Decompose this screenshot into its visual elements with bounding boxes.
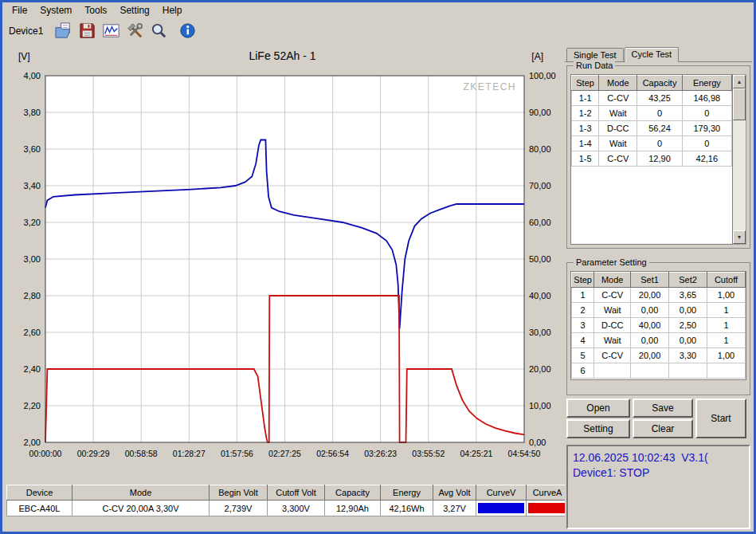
cell[interactable]: 1 [707,318,746,333]
cell[interactable]: 3 [572,318,594,333]
tab-single-test[interactable]: Single Test [566,48,624,61]
col-cutoff: Cutoff [707,273,746,288]
cell[interactable]: 40,00 [631,318,669,333]
cell[interactable]: 0,00 [669,333,707,348]
cell[interactable]: 6 [572,363,594,379]
cell[interactable] [594,363,631,379]
col-set1: Set1 [631,273,669,288]
toolbar-save-button[interactable] [76,20,98,41]
cell[interactable] [707,363,746,379]
cell[interactable] [669,363,707,379]
menu-help[interactable]: Help [156,4,189,17]
col-step: Step [572,76,599,91]
cell[interactable]: 20,00 [631,348,669,363]
run-data-row[interactable]: 1-2 Wait 0 0 [572,106,732,121]
run-data-row[interactable]: 1-5 C-CV 12,90 42,16 [572,151,732,167]
svg-text:40,00: 40,00 [529,291,551,300]
right-panel: Single Test Cycle Test Run Data Step Mod… [565,45,752,530]
setting-button[interactable]: Setting [566,419,630,438]
cell[interactable]: Wait [594,333,631,348]
svg-text:60,00: 60,00 [529,218,551,227]
tab-cycle-test[interactable]: Cycle Test [625,47,680,62]
cell: 146,98 [682,91,731,106]
cell: 1-2 [572,106,599,121]
scroll-down-icon[interactable]: ▼ [733,230,746,244]
cell: 0 [637,106,682,121]
param-row[interactable]: 3 D-CC 40,00 2,50 1 [572,318,746,333]
run-data-row[interactable]: 1-1 C-CV 43,25 146,98 [572,91,732,106]
toolbar-zoom-button[interactable] [148,20,170,41]
run-data-table: Step Mode Capacity Energy 1-1 C-CV 43,25… [571,75,732,167]
run-data-group-title: Run Data [574,61,615,70]
svg-text:50,00: 50,00 [529,254,551,264]
param-row[interactable]: 6 [572,363,746,379]
menu-setting[interactable]: Setting [113,4,155,17]
cell: 1-3 [572,121,599,136]
cell[interactable]: 0,00 [631,303,669,318]
toolbar-info-button[interactable] [177,20,198,41]
cell[interactable]: 2,50 [669,318,707,333]
save-button[interactable]: Save [633,399,693,418]
cell[interactable]: Wait [594,303,631,318]
run-data-row[interactable]: 1-4 Wait 0 0 [572,136,732,151]
cell[interactable]: 0,00 [631,333,669,348]
svg-text:100,00: 100,00 [529,71,556,80]
cell: 0 [637,136,682,151]
scroll-up-icon[interactable]: ▲ [733,75,746,88]
cell[interactable]: 1 [707,303,746,318]
col-mode: Mode [599,76,637,91]
svg-text:3,20: 3,20 [24,218,41,227]
cell[interactable]: C-CV [594,348,631,363]
avg-volt-cell: 3,27V [433,501,476,516]
cell[interactable]: 20,00 [631,288,669,303]
open-icon [54,22,72,40]
toolbar-open-button[interactable] [53,20,74,41]
begin-volt-cell: 2,739V [210,501,268,516]
summary-row: EBC-A40L C-CV 20,00A 3,30V 2,739V 3,300V… [7,501,566,516]
cell[interactable]: 1 [572,288,594,303]
cell[interactable]: 1 [707,333,746,348]
cell: 43,25 [637,91,682,106]
param-row[interactable]: 2 Wait 0,00 0,00 1 [572,303,746,318]
param-row[interactable]: 5 C-CV 20,00 3,30 1,00 [572,348,746,363]
status-line-device: Device1: STOP [573,465,744,481]
cell[interactable]: 3,30 [669,348,707,363]
cell[interactable]: D-CC [594,318,631,333]
svg-text:03:55:52: 03:55:52 [412,449,445,458]
toolbar-curve-button[interactable] [100,20,122,41]
cell[interactable]: 3,65 [669,288,707,303]
col-energy: Energy [682,76,731,91]
cell[interactable] [631,363,669,379]
clear-button[interactable]: Clear [633,419,693,438]
cell[interactable]: 1,00 [707,288,746,303]
open-button[interactable]: Open [566,399,630,418]
param-row[interactable]: 1 C-CV 20,00 3,65 1,00 [572,288,746,303]
cell[interactable]: 4 [572,333,594,348]
menu-system[interactable]: System [33,4,78,17]
cell: 56,24 [637,121,682,136]
cell[interactable]: C-CV [594,288,631,303]
scrollbar-track[interactable] [733,88,746,230]
chart[interactable]: ZKETECH4,003,803,603,403,203,002,802,602… [2,68,562,470]
svg-text:00:29:29: 00:29:29 [77,449,110,458]
info-icon [178,22,197,40]
cell[interactable]: 0,00 [669,303,707,318]
chart-titlebar: [V] LiFe 52Ah - 1 [A] [2,44,562,68]
col-mode: Mode [72,485,210,501]
scrollbar-thumb[interactable] [733,88,746,120]
menu-file[interactable]: File [6,4,33,17]
menu-tools[interactable]: Tools [78,4,113,17]
run-data-row[interactable]: 1-3 D-CC 56,24 179,30 [572,121,732,136]
wave-icon [102,22,120,40]
cell[interactable]: 5 [572,348,594,363]
svg-text:2,60: 2,60 [24,328,41,337]
cell[interactable]: 1,00 [707,348,746,363]
cell[interactable]: 2 [572,303,594,318]
svg-text:30,00: 30,00 [529,328,551,337]
param-row[interactable]: 4 Wait 0,00 0,00 1 [572,333,746,348]
svg-text:4,00: 4,00 [24,71,41,80]
start-button[interactable]: Start [695,399,746,438]
parameter-setting-group-title: Parameter Setting [574,257,649,267]
toolbar-tools-button[interactable] [124,20,146,41]
run-data-scrollbar[interactable]: ▲ ▼ [733,74,746,245]
